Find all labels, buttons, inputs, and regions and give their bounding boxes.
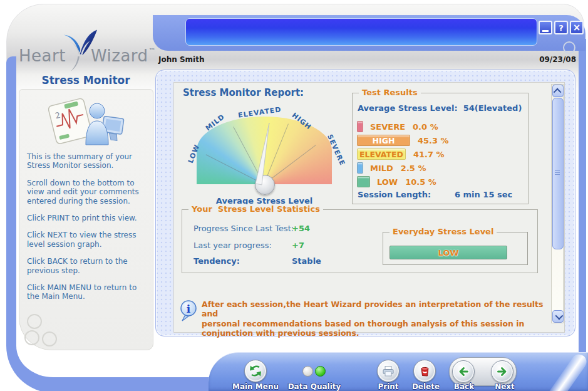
user-name: John Smith: [158, 55, 205, 64]
stress-monitor-report: Stress Monitor Report: LOW MILD ELEVATED…: [173, 82, 565, 333]
info-icon: i: [180, 300, 197, 325]
level-label: LOW: [377, 177, 398, 187]
toolbar-swoosh: [534, 352, 588, 391]
mild-bar: [357, 162, 363, 174]
print-button[interactable]: [377, 360, 400, 382]
data-quality-led-on: [315, 366, 326, 377]
level-label: SEVERE: [370, 122, 405, 132]
stat-label: Last year progress:: [193, 241, 272, 250]
toolbar: Main Menu Data Quality Print Delete Back…: [209, 352, 588, 391]
level-percent: 45.3 %: [418, 136, 449, 145]
scrollbar-thumb[interactable]: [552, 98, 564, 249]
high-bar: HIGH: [357, 135, 410, 146]
printer-icon: [381, 364, 395, 378]
delete-button[interactable]: [413, 360, 436, 382]
stress-level-bars: SEVERE0.0 %HIGH45.3 %ELEVATED41.7 %MILD2…: [357, 120, 524, 189]
sidebar-instructions: This is the summary of your Stress Monit…: [27, 152, 150, 310]
window-top-band: ? ×: [153, 15, 585, 51]
main-menu-button[interactable]: [244, 360, 267, 382]
minimize-button[interactable]: [539, 21, 552, 34]
note-line: personal recommendations based on thorou…: [202, 319, 552, 328]
stat-row: Progress Since Last Test:+54: [193, 224, 294, 233]
report-panel: Stress Monitor Report: LOW MILD ELEVATED…: [155, 70, 575, 336]
session-date: 09/23/08: [507, 55, 576, 64]
report-title: Stress Monitor Report:: [183, 87, 304, 98]
stress-level-row: MILD2.5 %: [357, 161, 524, 175]
heart-wizard-window: ? × Heart Wiza: [0, 0, 588, 391]
level-label: ELEVATED: [358, 149, 405, 159]
data-quality-label: Data Quality: [283, 382, 346, 391]
back-button[interactable]: [452, 360, 475, 383]
stats-legend: Your Stress Level Statistics: [188, 204, 323, 214]
test-results-legend: Test Results: [359, 88, 421, 97]
logo-text-wizard: Wizard: [91, 46, 148, 65]
sidebar-title: Stress Monitor: [19, 74, 153, 86]
help-button[interactable]: ?: [554, 21, 568, 34]
note-line: After each session,the Heart Wizard prov…: [202, 300, 552, 319]
everyday-stress-bar: LOW: [389, 246, 507, 259]
window-titlebar[interactable]: [185, 18, 537, 46]
chevron-down-icon: [555, 311, 563, 320]
average-stress-line: Average Stress Level: 54(Elevated): [358, 103, 522, 113]
low-bar: [357, 176, 370, 187]
level-percent: 2.5 %: [401, 164, 426, 173]
session-length-value: 6 min 15 sec: [455, 190, 512, 199]
minimize-icon: [542, 30, 549, 32]
everyday-stress-legend: Everyday Stress Level: [389, 227, 497, 236]
scroll-up-button[interactable]: [552, 85, 564, 97]
data-quality-led-off: [302, 366, 313, 377]
window-controls: ? ×: [539, 21, 584, 34]
sidebar-instruction: Click MAIN MENU to return to the Main Me…: [27, 283, 150, 301]
level-percent: 0.0 %: [413, 122, 438, 132]
stats-group: Your Stress Level Statistics Progress Si…: [182, 209, 538, 273]
heart-swoosh-icon: [61, 28, 98, 75]
decorative-ring: [563, 41, 575, 54]
window-frame-right: [579, 39, 586, 362]
sidebar-instruction: Click BACK to return to the previous ste…: [27, 257, 150, 275]
scroll-down-button[interactable]: [552, 310, 564, 323]
stat-value: +54: [292, 224, 310, 233]
sidebar-instruction: Click PRINT to print this view.: [27, 214, 150, 222]
level-percent: 10.5 %: [405, 177, 436, 187]
elevated-bar: ELEVATED: [357, 149, 406, 160]
main-menu-label: Main Menu: [227, 382, 284, 391]
sidebar-instruction: Click NEXT to view the stress level sess…: [27, 231, 150, 249]
stat-label: Progress Since Last Test:: [193, 224, 294, 233]
decorative-circle: [42, 331, 57, 347]
next-label: Next: [480, 382, 530, 391]
note-line: conjunction with previous sessions.: [202, 328, 552, 338]
session-note: After each session,the Heart Wizard prov…: [202, 300, 552, 338]
decorative-circle: [27, 314, 42, 329]
stat-row: Tendency:Stable: [193, 256, 240, 266]
decorative-circle: [24, 330, 39, 345]
back-arrow-icon: [457, 365, 470, 378]
sidebar: 2 This is the summary of your Stress Mon…: [19, 89, 153, 350]
stress-level-row: SEVERE0.0 %: [357, 120, 524, 133]
severe-bar: [357, 121, 363, 132]
report-scrollbar[interactable]: [551, 84, 564, 323]
stat-row: Last year progress:+7: [193, 241, 272, 250]
scrollbar-grip: [555, 170, 560, 176]
test-results-group: Test Results Average Stress Level: 54(El…: [352, 93, 529, 204]
session-length-line: Session Length: 6 min 15 sec: [358, 190, 431, 199]
session-length-label: Session Length:: [358, 190, 431, 199]
stress-level-row: LOW10.5 %: [357, 175, 524, 189]
close-button[interactable]: ×: [570, 21, 584, 34]
everyday-stress-group: Everyday Stress Level LOW: [383, 232, 528, 265]
logo-trademark: ™: [149, 47, 156, 55]
level-label: HIGH: [358, 135, 410, 145]
next-arrow-icon: [496, 365, 508, 378]
level-percent: 41.7 %: [413, 150, 445, 159]
trash-icon: [418, 364, 431, 378]
close-icon: ×: [573, 22, 581, 33]
level-label: MILD: [370, 164, 393, 173]
chevron-up-icon: [553, 88, 561, 96]
app-logo: Heart Wizard ™: [19, 19, 157, 65]
sidebar-instruction: This is the summary of your Stress Monit…: [27, 152, 150, 170]
next-button[interactable]: [491, 360, 513, 383]
help-icon: ?: [559, 23, 564, 33]
stress-level-row: ELEVATED41.7 %: [357, 147, 524, 161]
stress-level-row: HIGH45.3 %: [357, 133, 524, 147]
stat-value: +7: [292, 241, 304, 250]
stress-monitor-illustration: 2: [43, 93, 125, 154]
